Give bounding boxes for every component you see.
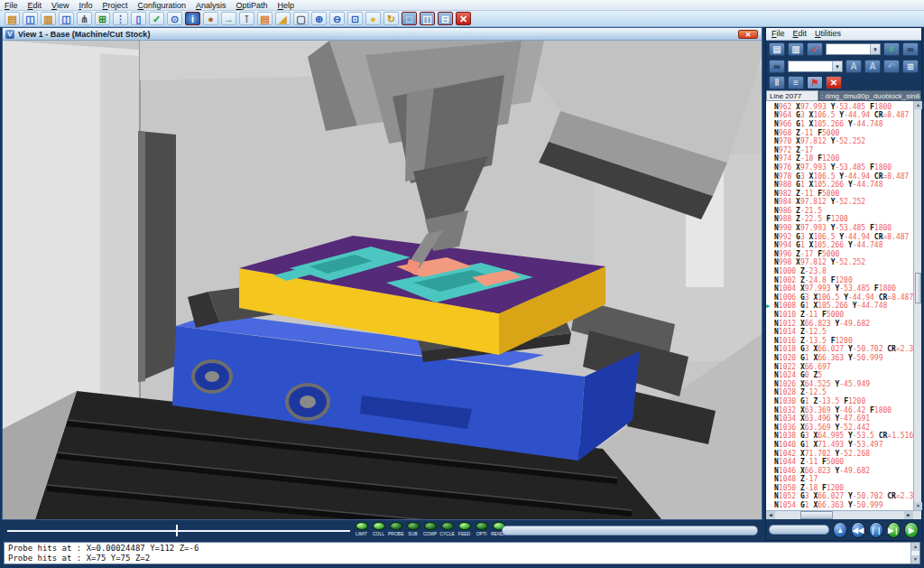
gcode-line[interactable]: N1010 Z-11 F5000 xyxy=(766,311,913,320)
chevron-down-icon[interactable]: ▼ xyxy=(832,61,842,71)
zoom-out-button[interactable]: ⊖ xyxy=(329,12,345,25)
scroll-down-icon[interactable]: ▼ xyxy=(911,555,919,563)
gcode-line[interactable]: N1042 X71.702 Y-52.268 xyxy=(766,450,913,459)
pin-window-button[interactable]: ⚑ xyxy=(807,76,823,89)
process-options-button[interactable]: ⋮ xyxy=(113,12,128,25)
zoom-in-button[interactable]: ⊕ xyxy=(311,12,327,25)
gcode-line[interactable]: N988 Z-22.5 F1200 xyxy=(766,215,913,224)
gcode-line[interactable]: N974 Z-18 F1200 xyxy=(766,154,913,163)
auto-diff-button[interactable]: → xyxy=(221,12,236,25)
view-rotate-button[interactable]: ↻ xyxy=(383,12,399,25)
gcode-line[interactable]: N984 X97.812 Y-52.252 xyxy=(766,198,913,207)
line-display-button[interactable]: ≡ xyxy=(788,76,804,89)
gcode-line[interactable]: N986 Z-21.5 xyxy=(766,207,913,216)
open-log-file-button[interactable]: ▤ xyxy=(769,42,785,56)
gcode-line[interactable]: N1050 Z-18 F1200 xyxy=(766,484,913,493)
open-nc-file-button[interactable]: ▥ xyxy=(788,42,804,56)
gcode-line[interactable]: N1014 Z-12.5 xyxy=(766,328,913,337)
menu-view[interactable]: View xyxy=(51,1,69,10)
nc-menu-edit[interactable]: Edit xyxy=(793,29,808,38)
gcode-line[interactable]: N962 X97.993 Y-53.485 F1800 xyxy=(766,103,913,112)
gcode-line[interactable]: N1038 G3 X64.995 Y-53.5 CR=1.516 xyxy=(766,432,913,441)
gcode-line[interactable]: N1022 X66.697 xyxy=(766,363,913,372)
gcode-line[interactable]: N1006 G3 X106.5 Y-44.94 CR=8.487 xyxy=(766,293,913,303)
gcode-line[interactable]: N1040 G1 X71.493 Y-53.497 xyxy=(766,441,913,450)
close-button[interactable]: ✕ xyxy=(456,12,471,25)
gcode-listing[interactable]: N962 X97.993 Y-53.485 F1800N964 G3 X106.… xyxy=(766,101,913,510)
refresh-nc-file-button[interactable]: ✓ xyxy=(807,42,823,56)
nc-menu-file[interactable]: File xyxy=(772,29,785,38)
menu-project[interactable]: Project xyxy=(102,1,127,10)
gcode-line[interactable]: N998 X97.812 Y-52.252 xyxy=(766,258,913,267)
menu-help[interactable]: Help xyxy=(278,1,295,10)
play-button[interactable]: ▶ xyxy=(904,522,919,538)
gcode-line[interactable]: N968 Z-11 F5000 xyxy=(766,129,913,138)
find-button[interactable]: ∞ xyxy=(902,42,919,56)
gcode-line[interactable]: N1004 X97.993 Y-53.485 F1800 xyxy=(766,284,913,293)
gcode-line[interactable]: N1028 Z-12.5 xyxy=(766,388,913,397)
gcode-line[interactable]: ▶N1008 G1 X105.266 Y-44.748 xyxy=(766,302,913,311)
step-button[interactable]: ▶❘ xyxy=(887,522,901,538)
gcode-line[interactable]: N1032 X63.369 Y-46.42 F1800 xyxy=(766,406,913,415)
print-button[interactable]: ≣ xyxy=(902,60,919,73)
menu-info[interactable]: Info xyxy=(79,1,92,10)
machine-simulation-scene[interactable] xyxy=(3,41,762,519)
fit-view-button[interactable]: ⊡ xyxy=(347,12,363,25)
collision-check-button[interactable]: ● xyxy=(203,12,218,25)
gcode-line[interactable]: N1024 G0 Z5 xyxy=(766,371,913,380)
gcode-line[interactable]: N982 Z-11 F5000 xyxy=(766,190,913,199)
scroll-down-icon[interactable]: ▼ xyxy=(914,502,922,510)
gcode-line[interactable]: N1044 Z-11 F5000 xyxy=(766,458,913,467)
search-forward-button[interactable]: A xyxy=(845,60,862,73)
gcode-line[interactable]: N970 X97.812 Y-52.252 xyxy=(766,137,913,146)
menu-optipath[interactable]: OptiPath xyxy=(236,1,268,10)
rewind-button[interactable]: ◀◀ xyxy=(851,522,865,538)
find-tool-button[interactable]: ∞ xyxy=(769,60,785,73)
scroll-left-icon[interactable]: ◀ xyxy=(766,511,775,519)
nc-block-combo[interactable]: ▼ xyxy=(826,43,881,55)
gcode-line[interactable]: N1012 X66.823 Y-49.682 xyxy=(766,320,913,329)
scroll-up-icon[interactable]: ▲ xyxy=(914,101,922,109)
optipath-button[interactable]: ◢ xyxy=(275,12,291,25)
search-backward-button[interactable]: A xyxy=(864,60,881,73)
gcode-line[interactable]: N964 G3 X106.5 Y-44.94 CR=8.487 xyxy=(766,111,913,120)
single-view-layout-button[interactable]: □ xyxy=(402,12,417,25)
close-panel-button[interactable]: ✕ xyxy=(826,76,842,89)
gcode-horizontal-scrollbar[interactable]: ◀ ▶ xyxy=(766,510,921,519)
gcode-line[interactable]: N1002 Z-24.8 F1200 xyxy=(766,276,913,285)
gcode-line[interactable]: N1026 X64.525 Y-45.949 xyxy=(766,380,913,389)
gcode-line[interactable]: N980 G1 X105.266 Y-44.748 xyxy=(766,181,913,190)
gcode-line[interactable]: N1034 X63.496 Y-47.691 xyxy=(766,414,913,424)
project-setup-button[interactable]: ⊞ xyxy=(95,12,110,25)
message-scrollbar[interactable]: ▲ ▼ xyxy=(910,543,919,563)
pause-button[interactable]: ❘❘ xyxy=(869,522,883,538)
tool-manager-button[interactable]: ⋔ xyxy=(77,12,92,25)
save-project-button[interactable]: ◫ xyxy=(23,12,38,25)
gcode-line[interactable]: N966 G1 X105.266 Y-44.748 xyxy=(766,120,913,129)
gcode-vertical-scrollbar[interactable]: ▲ ▼ xyxy=(913,101,921,510)
gcode-line[interactable]: N992 G3 X106.5 Y-44.94 CR=8.487 xyxy=(766,233,913,242)
scroll-right-icon[interactable]: ▶ xyxy=(904,511,913,519)
menu-configuration[interactable]: Configuration xyxy=(137,1,186,10)
menu-analysis[interactable]: Analysis xyxy=(196,1,226,10)
gcode-line[interactable]: N990 X97.993 Y-53.485 F1800 xyxy=(766,224,913,233)
select-region-button[interactable]: ▢ xyxy=(293,12,309,25)
tooling-button[interactable]: ⊺ xyxy=(239,12,254,25)
two-view-layout-button[interactable]: ◫ xyxy=(420,12,435,25)
gcode-line[interactable]: N976 X97.993 Y-53.485 F1800 xyxy=(766,163,913,172)
undo-button[interactable]: ↶ xyxy=(883,60,900,73)
gcode-line[interactable]: N1020 G1 X66.363 Y-50.999 xyxy=(766,354,913,363)
goto-marker-button[interactable]: ≡ xyxy=(883,42,900,56)
scroll-up-icon[interactable]: ▲ xyxy=(911,543,919,551)
gcode-line[interactable]: N1036 X63.569 Y-52.442 xyxy=(766,424,913,433)
info-button[interactable]: i xyxy=(185,12,200,25)
timeline-marker[interactable] xyxy=(176,525,178,536)
simulation-timeline-slider[interactable] xyxy=(7,530,350,532)
gcode-line[interactable]: N1052 G3 X66.027 Y-50.702 CR=2.344 F xyxy=(766,492,913,501)
open-project-button[interactable]: ▤ xyxy=(5,12,20,25)
gcode-line[interactable]: N978 G3 X106.5 Y-44.94 CR=8.487 xyxy=(766,172,913,182)
gcode-line[interactable]: N1046 X66.823 Y-49.682 xyxy=(766,467,913,476)
nc-menu-utilities[interactable]: Utilities xyxy=(815,29,841,38)
gcode-line[interactable]: N1000 Z-23.8 xyxy=(766,267,913,276)
gcode-line[interactable]: N1016 Z-13.5 F1200 xyxy=(766,337,913,346)
